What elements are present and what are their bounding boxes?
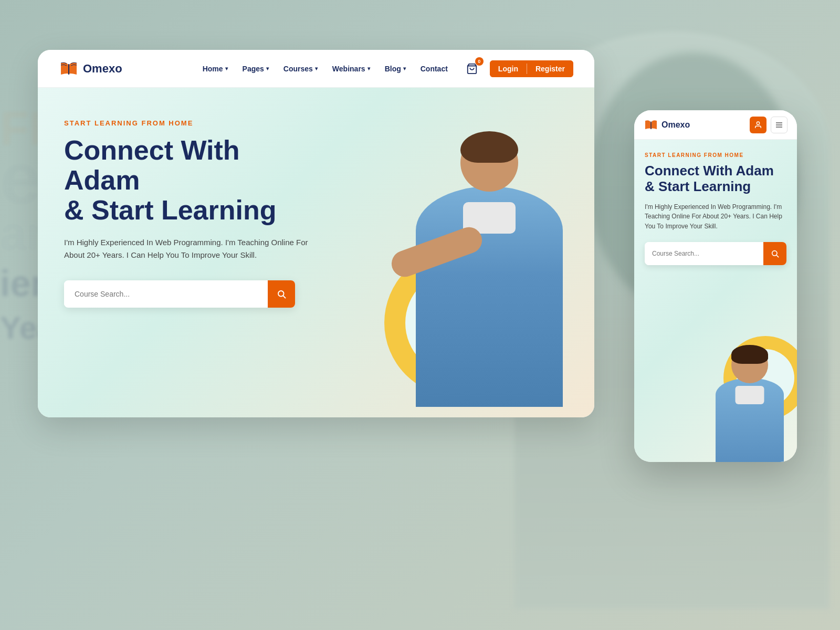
mobile-search-icon bbox=[771, 249, 779, 258]
nav-webinars[interactable]: Webinars▾ bbox=[332, 65, 370, 73]
auth-buttons: Login Register bbox=[490, 60, 573, 77]
mobile-brand-name: Omexo bbox=[662, 120, 690, 130]
hero-content: START LEARNING FROM HOME Connect With Ad… bbox=[38, 88, 342, 417]
mobile-user-button[interactable] bbox=[750, 117, 766, 133]
course-search-input[interactable] bbox=[64, 282, 268, 306]
logo[interactable]: Omexo bbox=[59, 61, 122, 77]
mobile-hero: START LEARNING FROM HOME Connect With Ad… bbox=[634, 140, 797, 462]
nav-links: Home▾ Pages▾ Courses▾ Webinars▾ Blog▾ Co… bbox=[203, 65, 448, 73]
mobile-course-search-input[interactable] bbox=[645, 242, 763, 265]
svg-line-8 bbox=[776, 255, 779, 257]
hero-subtitle: START LEARNING FROM HOME bbox=[64, 119, 316, 127]
mobile-navbar: Omexo bbox=[634, 110, 797, 140]
nav-home[interactable]: Home▾ bbox=[203, 65, 228, 73]
hero-person bbox=[384, 113, 594, 417]
search-bar bbox=[64, 280, 295, 308]
mobile-menu-button[interactable] bbox=[771, 117, 788, 133]
desktop-card: Omexo Home▾ Pages▾ Courses▾ Webinars▾ Bl… bbox=[38, 50, 594, 417]
mobile-nav-buttons bbox=[750, 117, 788, 133]
mobile-person bbox=[713, 346, 786, 462]
mobile-search-bar bbox=[645, 242, 786, 265]
mobile-logo[interactable]: Omexo bbox=[644, 119, 750, 131]
mobile-logo-icon bbox=[644, 119, 658, 131]
cart-badge: 0 bbox=[475, 57, 484, 66]
nav-contact[interactable]: Contact bbox=[421, 65, 448, 73]
login-button[interactable]: Login bbox=[490, 60, 527, 77]
brand-name: Omexo bbox=[83, 62, 122, 76]
svg-point-3 bbox=[757, 122, 759, 124]
hero-section: START LEARNING FROM HOME Connect With Ad… bbox=[38, 88, 594, 417]
menu-icon bbox=[775, 121, 783, 129]
cart-button[interactable]: 0 bbox=[463, 59, 481, 78]
nav-blog[interactable]: Blog▾ bbox=[385, 65, 406, 73]
mobile-card: Omexo START LEARNING F bbox=[634, 110, 797, 462]
mobile-hero-description: I'm Highly Experienced In Web Programmin… bbox=[645, 202, 786, 232]
hero-title: Connect With Adam & Start Learning bbox=[64, 135, 316, 226]
course-search-button[interactable] bbox=[268, 280, 295, 308]
mobile-hero-title: Connect With Adam & Start Learning bbox=[645, 163, 786, 195]
nav-courses[interactable]: Courses▾ bbox=[284, 65, 318, 73]
search-icon bbox=[277, 289, 286, 299]
navbar: Omexo Home▾ Pages▾ Courses▾ Webinars▾ Bl… bbox=[38, 50, 594, 88]
register-button[interactable]: Register bbox=[527, 60, 573, 77]
mobile-course-search-button[interactable] bbox=[763, 242, 786, 265]
user-icon bbox=[754, 121, 762, 129]
hero-description: I'm Highly Experienced In Web Programmin… bbox=[64, 236, 316, 261]
logo-icon bbox=[59, 61, 79, 77]
svg-line-2 bbox=[283, 296, 285, 298]
nav-pages[interactable]: Pages▾ bbox=[243, 65, 269, 73]
mobile-hero-subtitle: START LEARNING FROM HOME bbox=[645, 152, 786, 158]
